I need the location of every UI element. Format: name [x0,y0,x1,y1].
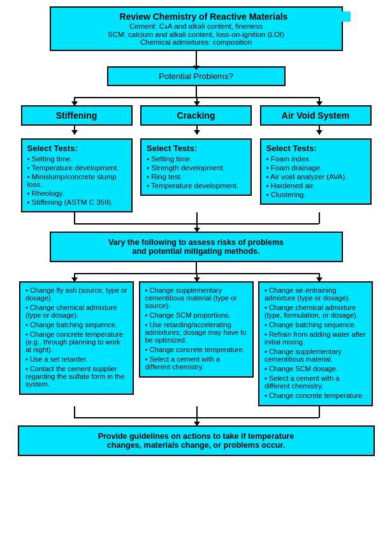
list-item: Ring test. [147,173,245,181]
list-item: Use a set retarder. [25,355,127,363]
stiffening-actions-list: Change fly ash (source, type or dosage).… [25,286,127,388]
cracking-label: Cracking [177,110,215,121]
cracking-tests-list: Setting time. Strength development. Ring… [147,155,245,189]
air-void-actions: Change air-entraining admixture (type or… [258,281,373,406]
list-item: Change chemical admixture (type, formula… [265,304,367,319]
stiffening-tests: Select Tests: Setting time. Temperature … [21,138,133,212]
top-box: Review Chemistry of Reactive Materials C… [50,6,343,51]
stiffening-actions: Change fly ash (source, type or dosage).… [19,281,134,395]
action-boxes: Change fly ash (source, type or dosage).… [18,281,375,406]
list-item: Temperature development. [147,182,245,189]
air-void-label: Air Void System [282,110,349,121]
list-item: Setting time. [147,155,245,163]
air-void-header: Air Void System [260,105,372,126]
conclusion-line1: Provide guidelines on actions to take if… [27,432,366,441]
stiffening-header: Stiffening [21,105,133,126]
list-item: Change batching sequence. [265,321,367,328]
list-item: Hardened air. [266,182,365,189]
vary-box: Vary the following to assess risks of pr… [50,232,343,262]
list-item: Change supplementary cementitious materi… [145,286,247,309]
list-item: Change air-entraining admixture (type or… [265,286,367,302]
stiffening-label: Stiffening [56,110,98,121]
conclusion-line2: changes, materials change, or problems o… [27,441,366,450]
vary-line2: and potential mitigating methods. [59,247,334,256]
air-void-actions-list: Change air-entraining admixture (type or… [265,286,367,399]
flowchart: Review Chemistry of Reactive Materials C… [6,6,386,456]
list-item: Use retarding/accelerating admixtures; d… [145,321,247,344]
cracking-actions: Change supplementary cementitious materi… [139,281,254,378]
list-item: Stiffening (ASTM C 359). [27,198,126,206]
top-box-line3: Chemical admixtures: composition [57,38,335,46]
cracking-header: Cracking [140,105,252,126]
cracking-actions-list: Change supplementary cementitious materi… [145,286,247,371]
list-item: Change fly ash (source, type or dosage). [25,286,127,302]
list-item: Strength development. [147,164,245,172]
list-item: Temperature development. [27,164,126,172]
cracking-tests-title: Select Tests: [147,144,245,153]
vary-line1: Vary the following to assess risks of pr… [59,238,334,247]
list-item: Change SCM proportions. [145,311,247,319]
list-item: Select a cement with a different chemist… [145,355,247,371]
stiffening-tests-list: Setting time. Temperature development. M… [27,155,126,206]
list-item: Air void analyzer (AVA). [266,173,365,181]
air-void-tests: Select Tests: Foam index. Foam drainage.… [260,138,372,205]
list-item: Change concrete temperature. [145,346,247,353]
list-item: Refrain from adding water after initial … [265,330,367,346]
conclusion-box: Provide guidelines on actions to take if… [18,425,375,456]
list-item: Change concrete temperature (e.g., throu… [25,330,127,353]
list-item: Contact the cement supplier regarding th… [25,365,127,388]
air-void-tests-title: Select Tests: [266,144,365,153]
branch-headers: Stiffening Cracking Air Void System [18,105,375,126]
stiffening-tests-title: Select Tests: [27,144,126,153]
list-item: Change concrete temperature. [265,392,367,399]
list-item: Change batching sequence. [25,321,127,328]
list-item: Rheology. [27,189,126,197]
list-item: Change SCM dosage. [265,365,367,373]
list-item: Foam drainage. [266,164,365,172]
list-item: Foam index. [266,155,365,163]
list-item: Setting time. [27,155,126,163]
list-item: Change chemical admixture (type or dosag… [25,304,127,319]
problems-label: Potential Problems? [159,71,233,81]
top-box-title: Review Chemistry of Reactive Materials [57,11,351,22]
list-item: Minislump/concrete slump loss. [27,173,126,188]
top-box-line2: SCM: calcium and alkali content, loss-on… [57,31,335,38]
list-item: Clustering. [266,191,365,198]
list-item: Change supplementary cementitious materi… [265,348,367,363]
list-item: Select a cement with a different chemist… [265,374,367,390]
top-box-line1: Cement: C₃A and alkali content, fineness [57,22,335,31]
tests-boxes: Select Tests: Setting time. Temperature … [18,138,375,212]
air-void-tests-list: Foam index. Foam drainage. Air void anal… [266,155,365,198]
cracking-tests: Select Tests: Setting time. Strength dev… [140,138,252,196]
